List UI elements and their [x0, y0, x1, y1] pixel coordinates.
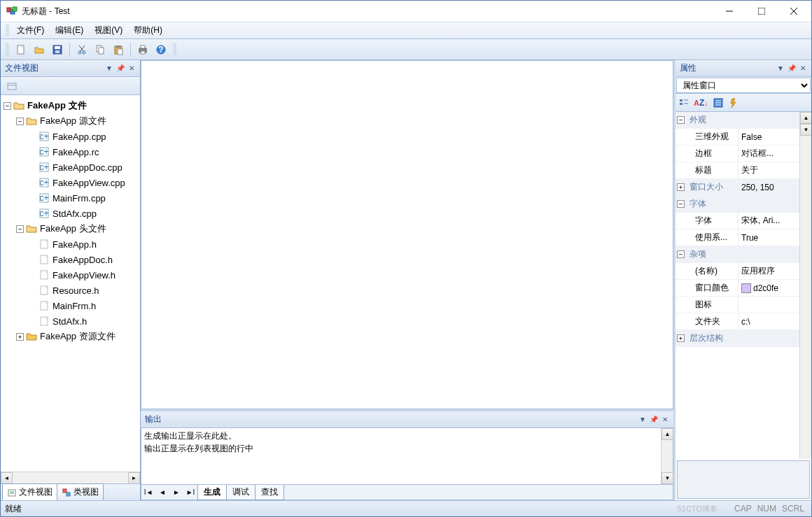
prop-expander-icon[interactable]: − — [677, 250, 685, 258]
tree-node[interactable]: c+FakeAppView.cpp — [1, 175, 140, 190]
output-dropdown-icon[interactable]: ▼ — [637, 414, 648, 425]
prop-row[interactable]: 边框对话框... — [676, 146, 799, 162]
output-close-icon[interactable]: ✕ — [659, 414, 671, 425]
maximize-button[interactable] — [746, 1, 778, 22]
prop-row[interactable]: 字体宋体, Ari... — [676, 213, 799, 229]
properties-pin-icon[interactable]: 📌 — [786, 63, 797, 74]
menubar-grip[interactable] — [6, 24, 9, 37]
close-button[interactable] — [778, 1, 810, 22]
output-tab-debug[interactable]: 调试 — [226, 485, 255, 500]
tree-node[interactable]: +FakeApp 资源文件 — [1, 329, 140, 344]
output-nav-next-icon[interactable]: ► — [170, 486, 183, 499]
prop-sort-az-icon[interactable]: AZ↓ — [694, 98, 708, 108]
tree-node[interactable]: FakeApp.h — [1, 236, 140, 252]
prop-expander-icon[interactable]: − — [677, 116, 685, 124]
tab-file-view[interactable]: 文件视图 — [2, 483, 57, 501]
prop-row[interactable]: (名称)应用程序 — [676, 263, 799, 280]
tree-expander-icon[interactable]: − — [16, 225, 24, 233]
tree-node[interactable]: c+FakeAppDoc.cpp — [1, 160, 140, 175]
output-nav-last-icon[interactable]: ►I — [184, 486, 197, 499]
tab-class-view[interactable]: 类视图 — [57, 483, 104, 501]
prop-value[interactable]: False — [738, 129, 799, 145]
output-tab-find[interactable]: 查找 — [255, 485, 284, 500]
property-grid[interactable]: −外观三维外观False边框对话框...标题关于+窗口大小250, 150−字体… — [676, 112, 799, 459]
prop-value[interactable]: True — [738, 229, 799, 246]
menu-view[interactable]: 视图(V) — [89, 22, 128, 38]
output-v-scrollbar[interactable]: ▲ ▼ — [661, 428, 673, 484]
tree-node[interactable]: −FakeApp 源文件 — [1, 113, 140, 129]
output-pin-icon[interactable]: 📌 — [648, 414, 659, 425]
prop-value[interactable]: d2c0fe — [738, 280, 799, 296]
tree-node[interactable]: StdAfx.h — [1, 313, 140, 329]
prop-category[interactable]: −字体 — [676, 196, 799, 213]
save-icon[interactable] — [49, 41, 66, 58]
prop-row[interactable]: 三维外观False — [676, 129, 799, 146]
file-view-tool-icon[interactable] — [4, 78, 20, 94]
prop-category[interactable]: −外观 — [676, 112, 799, 129]
pane-dropdown-icon[interactable]: ▼ — [104, 63, 115, 74]
prop-row[interactable]: 图标 — [676, 297, 799, 313]
output-tab-build[interactable]: 生成 — [197, 485, 227, 500]
prop-row[interactable]: 窗口颜色d2c0fe — [676, 280, 799, 297]
open-folder-icon[interactable] — [31, 41, 48, 58]
menu-file[interactable]: 文件(F) — [11, 22, 50, 38]
tree-node[interactable]: −FakeApp 头文件 — [1, 221, 140, 236]
properties-close-icon[interactable]: ✕ — [797, 63, 808, 74]
document-area[interactable] — [141, 60, 673, 409]
scroll-left-icon[interactable]: ◄ — [1, 472, 13, 484]
prop-category[interactable]: +窗口大小250, 150 — [676, 179, 799, 196]
tree-expander-icon[interactable]: − — [16, 118, 24, 125]
tree-expander-icon[interactable]: + — [16, 333, 24, 341]
prop-row[interactable]: 标题关于 — [676, 162, 799, 179]
properties-object-combo[interactable]: 属性窗口 — [676, 77, 811, 94]
file-tree[interactable]: −FakeApp 文件−FakeApp 源文件c+FakeApp.cppc+Fa… — [1, 95, 140, 472]
prop-expander-icon[interactable]: + — [677, 183, 685, 191]
tree-node[interactable]: MainFrm.h — [1, 298, 140, 313]
toolbar-grip-end[interactable] — [173, 43, 176, 56]
scroll-right-icon[interactable]: ► — [128, 472, 140, 484]
tree-node[interactable]: FakeAppView.h — [1, 267, 140, 283]
output-text[interactable]: 生成输出正显示在此处。输出正显示在列表视图的行中 — [141, 428, 661, 484]
help-icon[interactable]: ? — [153, 41, 169, 58]
scroll-down-icon[interactable]: ▼ — [662, 472, 673, 484]
print-icon[interactable] — [134, 41, 151, 58]
prop-expander-icon[interactable]: − — [677, 200, 685, 208]
tree-node[interactable]: Resource.h — [1, 283, 140, 298]
properties-dropdown-icon[interactable]: ▼ — [775, 63, 786, 74]
scroll-down-icon[interactable]: ▼ — [800, 124, 812, 136]
menu-help[interactable]: 帮助(H) — [128, 22, 168, 38]
tree-node[interactable]: c+FakeApp.rc — [1, 144, 140, 160]
prop-value[interactable] — [738, 297, 799, 313]
prop-value[interactable]: 关于 — [738, 162, 799, 178]
prop-category[interactable]: +层次结构 — [676, 330, 799, 347]
tree-node[interactable]: c+FakeApp.cpp — [1, 129, 140, 144]
prop-value[interactable]: 应用程序 — [738, 263, 799, 279]
tree-h-scrollbar[interactable]: ◄ ► — [1, 472, 140, 483]
cut-icon[interactable] — [74, 41, 90, 58]
properties-v-scrollbar[interactable]: ▲ ▼ — [799, 112, 811, 459]
prop-expander-icon[interactable]: + — [677, 334, 685, 342]
paste-icon[interactable] — [110, 41, 127, 58]
prop-value[interactable]: c:\ — [738, 313, 799, 330]
copy-icon[interactable] — [92, 41, 108, 58]
prop-value[interactable]: 对话框... — [738, 146, 799, 162]
pane-close-icon[interactable]: ✕ — [126, 63, 137, 74]
scroll-up-icon[interactable]: ▲ — [800, 112, 812, 124]
tree-node[interactable]: c+StdAfx.cpp — [1, 206, 140, 221]
minimize-button[interactable] — [713, 1, 746, 22]
prop-value[interactable]: 宋体, Ari... — [738, 213, 799, 229]
prop-row[interactable]: 使用系...True — [676, 229, 799, 246]
menu-edit[interactable]: 编辑(E) — [50, 22, 89, 38]
prop-categorized-icon[interactable] — [678, 97, 690, 108]
tree-expander-icon[interactable]: − — [4, 102, 11, 110]
scroll-up-icon[interactable]: ▲ — [662, 428, 673, 440]
new-file-icon[interactable] — [13, 41, 29, 58]
prop-row[interactable]: 文件夹c:\ — [676, 313, 799, 330]
prop-category[interactable]: −杂项 — [676, 246, 799, 263]
tree-node[interactable]: c+MainFrm.cpp — [1, 190, 140, 206]
toolbar-grip[interactable] — [6, 43, 9, 56]
prop-events-icon[interactable] — [728, 97, 739, 108]
prop-pages-icon[interactable] — [713, 97, 724, 108]
output-nav-first-icon[interactable]: I◄ — [142, 486, 155, 499]
pane-pin-icon[interactable]: 📌 — [115, 63, 126, 74]
